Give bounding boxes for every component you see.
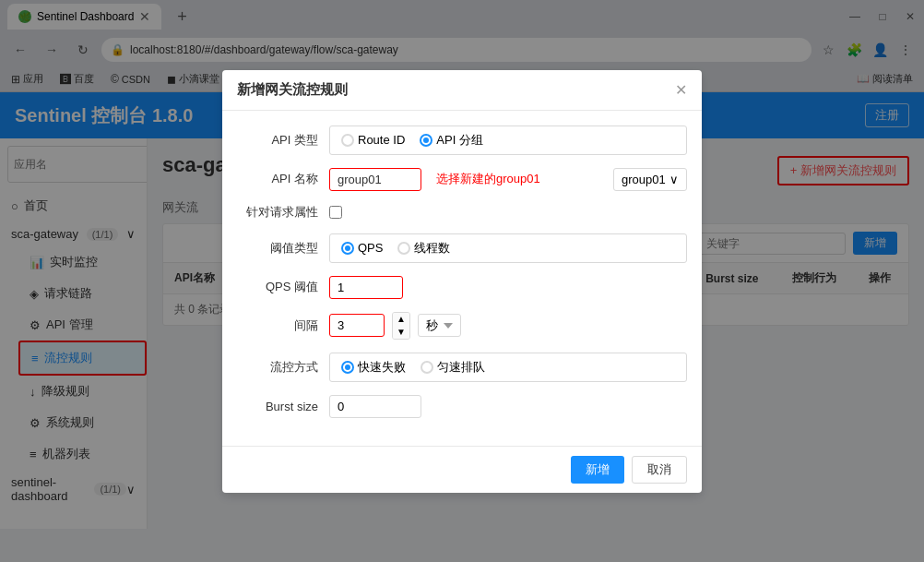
interval-input[interactable] <box>329 314 385 337</box>
radio-route-label: Route ID <box>358 133 405 147</box>
api-name-input[interactable] <box>329 168 421 191</box>
radio-thread-label: 线程数 <box>414 240 450 257</box>
request-attr-row: 针对请求属性 <box>237 204 687 221</box>
interval-spinner[interactable]: ▲ ▼ <box>392 312 410 340</box>
burst-size-row: Burst size <box>237 395 687 418</box>
dialog: 新增网关流控规则 ✕ API 类型 Route ID API 分组 <box>222 70 702 493</box>
request-attr-label: 针对请求属性 <box>237 204 329 221</box>
interval-unit-select[interactable]: 秒 分 时 <box>418 314 461 337</box>
request-attr-checkbox[interactable] <box>329 206 342 219</box>
radio-fast-fail-label: 快速失败 <box>358 359 406 376</box>
threshold-type-row: 阈值类型 QPS 线程数 <box>237 233 687 263</box>
api-type-label: API 类型 <box>237 132 329 149</box>
flow-mode-label: 流控方式 <box>237 359 329 376</box>
qps-threshold-label: QPS 阈值 <box>237 279 329 295</box>
dialog-close-icon[interactable]: ✕ <box>675 81 687 99</box>
radio-thread-circle <box>397 242 410 255</box>
radio-fast-fail[interactable]: 快速失败 <box>341 359 406 376</box>
radio-qps-label: QPS <box>358 241 383 255</box>
add-button[interactable]: 新增 <box>571 456 624 484</box>
interval-unit-wrapper: 秒 分 时 <box>418 314 461 337</box>
api-name-row: API 名称 选择新建的group01 group01 ∨ <box>237 168 687 191</box>
cancel-button[interactable]: 取消 <box>632 456 687 484</box>
api-name-label: API 名称 <box>237 171 329 187</box>
radio-api-group[interactable]: API 分组 <box>420 132 483 149</box>
burst-size-input[interactable] <box>329 395 421 418</box>
dialog-title: 新增网关流控规则 <box>237 81 348 99</box>
threshold-type-radio-group: QPS 线程数 <box>329 233 687 263</box>
radio-fast-fail-circle <box>341 361 354 374</box>
radio-qps-circle <box>341 242 354 255</box>
radio-queue-label: 匀速排队 <box>437 359 485 376</box>
interval-label: 间隔 <box>237 317 329 334</box>
radio-route-id[interactable]: Route ID <box>341 133 405 147</box>
qps-threshold-input[interactable] <box>329 276 403 299</box>
radio-api-group-label: API 分组 <box>436 132 483 149</box>
radio-qps[interactable]: QPS <box>341 241 383 255</box>
radio-queue[interactable]: 匀速排队 <box>421 359 485 376</box>
api-type-radio-group: Route ID API 分组 <box>329 126 687 155</box>
dialog-overlay: 新增网关流控规则 ✕ API 类型 Route ID API 分组 <box>0 0 924 529</box>
spinner-up-button[interactable]: ▲ <box>393 313 409 326</box>
threshold-type-label: 阈值类型 <box>237 240 329 257</box>
radio-api-group-circle <box>420 134 432 147</box>
radio-thread-count[interactable]: 线程数 <box>397 240 450 257</box>
dialog-footer: 新增 取消 <box>222 446 702 493</box>
spinner-down-button[interactable]: ▼ <box>393 326 409 339</box>
interval-row: 间隔 ▲ ▼ 秒 分 时 <box>237 312 687 340</box>
dropdown-arrow-icon: ∨ <box>669 173 679 186</box>
flow-mode-radio-group: 快速失败 匀速排队 <box>329 353 687 382</box>
radio-queue-circle <box>421 361 433 374</box>
api-name-hint: 选择新建的group01 <box>436 171 540 187</box>
flow-mode-row: 流控方式 快速失败 匀速排队 <box>237 353 687 382</box>
api-name-dropdown[interactable]: group01 ∨ <box>613 168 687 191</box>
qps-threshold-row: QPS 阈值 <box>237 276 687 299</box>
api-type-row: API 类型 Route ID API 分组 <box>237 126 687 155</box>
burst-size-label: Burst size <box>237 400 329 413</box>
radio-route-circle <box>341 134 354 147</box>
